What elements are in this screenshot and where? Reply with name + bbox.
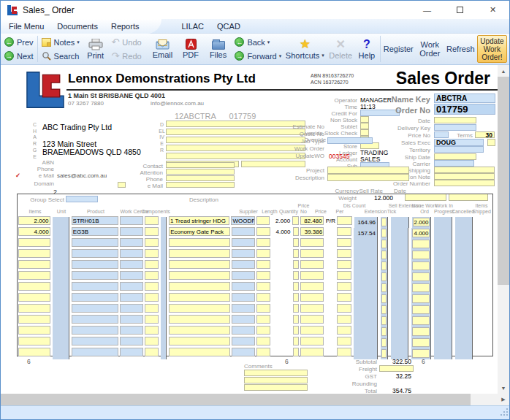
cell-product-field[interactable] <box>72 348 119 356</box>
pdf-button[interactable]: PDF <box>178 34 204 64</box>
horizontal-scrollbar[interactable]: ▶ <box>1 394 509 405</box>
cell-price-field[interactable] <box>300 260 324 269</box>
cell-work_centre-field[interactable] <box>120 260 143 269</box>
cell-supplier-field[interactable] <box>232 282 255 291</box>
cell-price_no-field[interactable] <box>293 260 299 269</box>
cell-price_no-field[interactable] <box>293 348 299 356</box>
cell-components-field[interactable] <box>145 304 159 313</box>
cell-components-field[interactable] <box>145 282 159 291</box>
cell-description-field[interactable] <box>169 337 230 345</box>
cell-discount-field[interactable] <box>337 326 352 335</box>
cell-ord-field[interactable] <box>412 283 430 292</box>
horizontal-scroll-thumb[interactable] <box>1 394 471 405</box>
cell-description-field[interactable] <box>169 326 230 335</box>
cell-items-field[interactable] <box>18 348 50 356</box>
cell-length-field[interactable] <box>256 337 270 345</box>
cell-components-field[interactable] <box>145 293 159 302</box>
cell-price-field[interactable] <box>300 348 324 356</box>
register-button[interactable]: Register <box>382 34 415 64</box>
cell-discount-field[interactable] <box>337 282 352 291</box>
cell-discount-field[interactable] <box>337 293 352 302</box>
cell-description-field[interactable] <box>169 249 230 258</box>
non-stock-field[interactable] <box>360 116 369 123</box>
cell-supplier-field[interactable] <box>232 271 255 280</box>
cell-tick-field[interactable] <box>381 251 387 259</box>
cell-length-field[interactable] <box>256 260 270 269</box>
cell-items-field[interactable] <box>18 271 50 280</box>
cell-supplier-field[interactable] <box>232 337 255 345</box>
cell-tick-field[interactable] <box>381 218 387 226</box>
cell-description-field[interactable] <box>169 260 230 269</box>
notes-button[interactable]: Notes ▾ <box>39 35 82 49</box>
freight-field[interactable] <box>379 365 414 372</box>
cell-length-field[interactable] <box>256 326 270 335</box>
email-button[interactable]: Email <box>148 34 178 64</box>
cell-product-field[interactable] <box>72 304 119 313</box>
cell-work_centre-field[interactable] <box>120 227 143 236</box>
group-select-field[interactable] <box>66 196 98 202</box>
cell-price_no-field[interactable] <box>293 282 299 291</box>
cell-price-field[interactable] <box>300 249 324 258</box>
shipping-field[interactable] <box>434 167 495 173</box>
cell-ord-field[interactable] <box>412 261 430 270</box>
cell-length-field[interactable] <box>256 249 270 258</box>
cell-components-field[interactable] <box>145 326 159 335</box>
cell-price-field[interactable] <box>300 282 324 291</box>
cell-price-field[interactable]: 82.480 <box>300 216 324 225</box>
terms-field[interactable]: 30 <box>475 131 495 138</box>
cell-ord-field[interactable] <box>412 305 430 314</box>
cell-price-field[interactable] <box>300 304 324 313</box>
cell-items-field[interactable] <box>18 337 50 345</box>
cell-work_centre-field[interactable] <box>120 293 143 302</box>
next-button[interactable]: → Next <box>2 49 36 63</box>
cell-description-field[interactable] <box>169 238 230 247</box>
scroll-down-button[interactable]: ▼ <box>498 382 509 394</box>
cell-product-field[interactable] <box>72 326 119 335</box>
ship-date-field[interactable] <box>434 153 476 160</box>
back-button[interactable]: ← Back ▾ <box>232 35 283 49</box>
cell-tick-field[interactable] <box>381 283 387 292</box>
cell-ord-field[interactable] <box>412 240 430 248</box>
menu-reports[interactable]: Reports <box>104 22 146 31</box>
sales-exec-field[interactable]: DOUG <box>434 139 484 146</box>
name-key-field[interactable]: ABCTRA <box>434 93 495 103</box>
files-button[interactable]: Files <box>204 34 233 64</box>
cell-work_centre-field[interactable] <box>120 271 143 280</box>
cell-ord-field[interactable] <box>412 349 430 358</box>
cell-ord-field[interactable] <box>412 338 430 347</box>
cell-tick-field[interactable] <box>381 316 387 325</box>
resize-grip[interactable] <box>500 406 509 419</box>
contact-field[interactable] <box>166 162 235 168</box>
cell-items-field[interactable] <box>18 260 50 269</box>
cell-discount-field[interactable] <box>337 337 352 345</box>
cell-ord-field[interactable] <box>412 251 430 259</box>
cell-supplier-field[interactable] <box>232 249 255 258</box>
cell-ord-field[interactable]: 2.000 <box>413 218 430 226</box>
comments-field-2[interactable] <box>244 377 308 383</box>
cell-length-field[interactable] <box>256 216 270 225</box>
cell-work_centre-field[interactable] <box>120 304 143 313</box>
scroll-right-button[interactable]: ▶ <box>498 394 509 405</box>
description-field[interactable] <box>327 174 409 181</box>
cell-length-field[interactable] <box>256 315 270 324</box>
cell-product-field[interactable] <box>72 282 119 291</box>
print-button[interactable]: Print <box>82 34 110 64</box>
cell-tick-field[interactable] <box>381 272 387 281</box>
help-button[interactable]: ? Help <box>355 34 378 64</box>
refresh-button[interactable]: Refresh <box>445 34 476 64</box>
work-order-button[interactable]: Work Order <box>415 34 445 64</box>
cell-discount-field[interactable] <box>337 216 352 225</box>
cell-product-field[interactable] <box>72 238 119 247</box>
forward-dropdown-icon[interactable]: ▾ <box>279 53 282 59</box>
cell-length-field[interactable] <box>256 348 270 356</box>
cell-price-field[interactable] <box>300 293 324 302</box>
cell-price_no-field[interactable] <box>293 249 299 258</box>
cell-price_no-field[interactable] <box>292 216 298 225</box>
cell-ord-field[interactable] <box>412 272 430 281</box>
cell-items-field[interactable]: 4.000 <box>18 227 50 236</box>
cell-tick-field[interactable] <box>381 229 387 237</box>
sales-exec-flag-field[interactable] <box>487 139 495 146</box>
attention-field[interactable] <box>166 169 235 175</box>
cell-work_centre-field[interactable] <box>120 216 143 225</box>
cell-description-field[interactable] <box>169 304 230 313</box>
